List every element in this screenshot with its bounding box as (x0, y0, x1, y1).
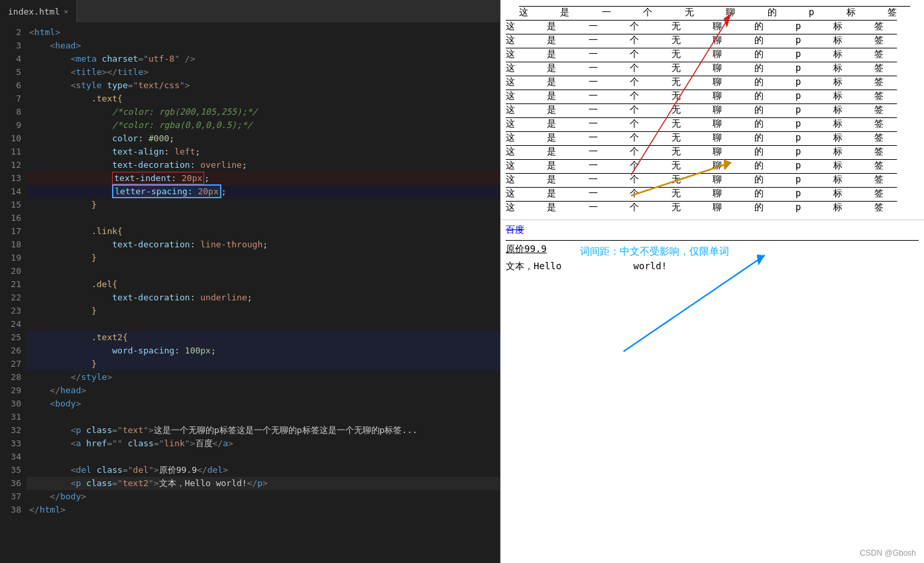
annotation-text: 词间距：中文不受影响，仅限单词 (580, 245, 729, 258)
line-numbers: 2345678910111213141516171819202122232425… (0, 23, 27, 563)
tab-item-index[interactable]: index.html × (0, 0, 77, 23)
tab-bar: index.html × (0, 0, 500, 23)
code-content[interactable]: <html> <head> <meta charset="utf-8" /> <… (27, 23, 500, 563)
preview-panel: 这 是 一 个 无 聊 的 p 标 签 这 是 一 个 无 聊 的 p 标 签 … (500, 0, 924, 563)
preview-p-text: 这 是 一 个 无 聊 的 p 标 签 这 是 一 个 无 聊 的 p 标 签 … (500, 0, 924, 220)
preview-content: 这 是 一 个 无 聊 的 p 标 签 这 是 一 个 无 聊 的 p 标 签 … (500, 0, 924, 563)
tab-label: index.html (8, 7, 60, 17)
tab-close-button[interactable]: × (64, 7, 68, 16)
preview-word-spacing: 文本，Hello world! (500, 258, 924, 275)
csdn-watermark: CSDN @Gbosh (860, 548, 916, 558)
preview-link[interactable]: 百度 (500, 220, 924, 240)
code-area: 2345678910111213141516171819202122232425… (0, 23, 500, 563)
editor-panel: index.html × 234567891011121314151617181… (0, 0, 500, 563)
